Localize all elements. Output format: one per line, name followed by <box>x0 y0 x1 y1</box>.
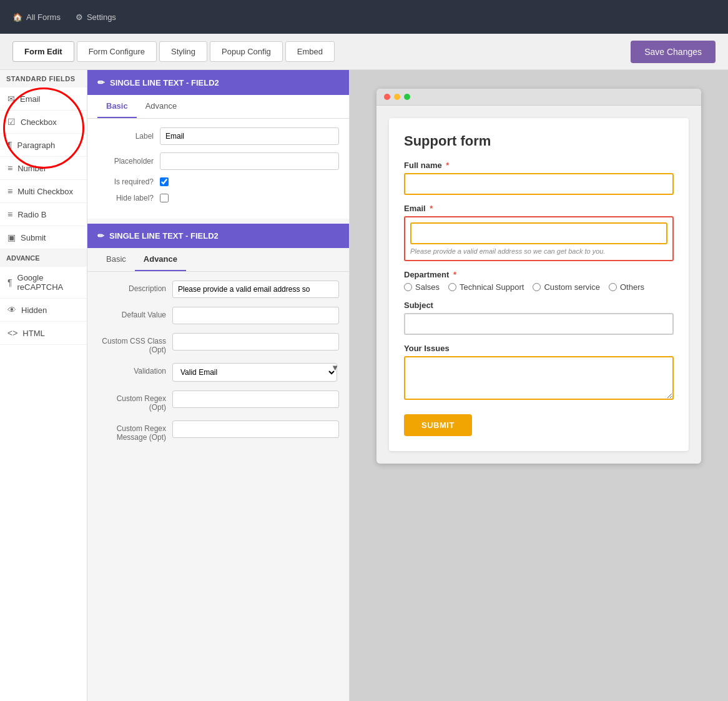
field-title-2: SINGLE LINE TEXT - FIELD2 <box>109 231 219 241</box>
number-icon: ≡ <box>7 163 12 173</box>
advance-section-title: ADVANCE <box>0 249 87 267</box>
radio-customservice-input[interactable] <box>533 283 541 291</box>
tab-embed[interactable]: Embed <box>285 41 335 62</box>
radio-techsupport-label: Technical Support <box>460 282 524 292</box>
email-error-msg: Please provide a valid email address so … <box>410 247 667 255</box>
hidelabel-row: Hide label? <box>97 194 339 202</box>
cssclass-row: Custom CSS Class (Opt) <box>97 333 339 354</box>
all-forms-label: All Forms <box>26 12 61 22</box>
browser-dot-yellow <box>394 94 400 100</box>
browser-content: Support form Full name * Email * <box>376 106 701 464</box>
sidebar-item-multicheckbox[interactable]: ≡ Multi Checkbox <box>0 180 87 203</box>
sidebar-item-hidden[interactable]: 👁 Hidden <box>0 299 87 322</box>
field-tab-advance-1[interactable]: Advance <box>137 95 186 118</box>
sidebar-item-checkbox[interactable]: ☑ Checkbox <box>0 111 87 134</box>
hidelabel-checkbox[interactable] <box>160 194 169 202</box>
preview-panel: Support form Full name * Email * <box>350 70 728 701</box>
hidelabel-checkbox-row <box>160 194 169 202</box>
submit-button[interactable]: SUBMIT <box>404 414 472 436</box>
standard-fields-title: STANDARD FIELDS <box>0 70 87 87</box>
sidebar-number-label: Number <box>17 164 46 173</box>
sidebar-item-email[interactable]: ✉ Email <box>0 87 87 111</box>
sidebar-item-paragraph[interactable]: ¶ Paragraph <box>0 134 87 157</box>
customregexmsg-input[interactable] <box>172 420 339 438</box>
hidden-icon: 👁 <box>7 305 16 315</box>
email-icon: ✉ <box>7 94 15 104</box>
customregexmsg-row: Custom Regex Message (Opt) <box>97 420 339 442</box>
radio-others-input[interactable] <box>609 283 617 291</box>
fullname-input[interactable] <box>404 173 674 195</box>
settings-link[interactable]: ⚙ Settings <box>76 12 116 22</box>
field-tab-basic-2[interactable]: Basic <box>97 248 135 271</box>
subject-input[interactable] <box>404 313 674 335</box>
email-error-group: Please provide a valid email address so … <box>404 216 674 261</box>
required-checkbox-row <box>160 177 169 186</box>
sidebar-item-submit[interactable]: ▣ Submit <box>0 226 87 249</box>
all-forms-link[interactable]: 🏠 All Forms <box>12 12 61 22</box>
validation-select[interactable]: Valid Email None URL Number <box>172 363 337 382</box>
email-required-star: * <box>430 204 433 213</box>
defaultvalue-row: Default Value <box>97 307 339 324</box>
customregex-input[interactable] <box>172 390 339 408</box>
customregex-row: Custom Regex (Opt) <box>97 390 339 412</box>
email-group: Email * Please provide a valid email add… <box>404 204 674 261</box>
sidebar-hidden-label: Hidden <box>21 306 47 315</box>
radio-salses[interactable]: Salses <box>404 282 440 292</box>
yourissues-group: Your Issues <box>404 344 674 402</box>
fullname-required-star: * <box>446 161 449 170</box>
field-tab-basic-1[interactable]: Basic <box>97 95 137 118</box>
department-group: Department * Salses Technical Support <box>404 270 674 292</box>
pencil-icon-1: ✏ <box>97 77 105 87</box>
field-tabs-2: Basic Advance <box>87 248 349 272</box>
radio-customservice[interactable]: Custom service <box>533 282 600 292</box>
sidebar-multicheckbox-label: Multi Checkbox <box>17 187 73 196</box>
sidebar-item-radiob[interactable]: ≡ Radio B <box>0 203 87 226</box>
placeholder-row: Placeholder <box>97 152 339 170</box>
label-input[interactable] <box>160 127 339 145</box>
checkbox-icon: ☑ <box>7 117 16 127</box>
tab-form-configure[interactable]: Form Configure <box>77 41 157 62</box>
email-input[interactable] <box>410 222 667 244</box>
sidebar-recaptcha-label: Google reCAPTCHA <box>17 273 79 292</box>
browser-dot-green <box>404 94 410 100</box>
radio-others[interactable]: Others <box>609 282 644 292</box>
pencil-icon-2: ✏ <box>97 231 104 241</box>
description-input[interactable] <box>172 281 339 298</box>
support-form-card: Support form Full name * Email * <box>389 118 689 451</box>
field-header-2: ✏ SINGLE LINE TEXT - FIELD2 <box>87 224 349 248</box>
radio-salses-label: Salses <box>415 282 440 292</box>
validation-row: Validation Valid Email None URL Number ▼ <box>97 363 339 382</box>
tab-styling[interactable]: Styling <box>159 41 207 62</box>
radio-salses-input[interactable] <box>404 283 412 291</box>
sidebar-html-label: HTML <box>22 329 44 338</box>
center-panel: ✏ SINGLE LINE TEXT - FIELD2 Basic Advanc… <box>87 70 350 701</box>
department-radio-group: Salses Technical Support Custom service <box>404 282 674 292</box>
yourissues-textarea[interactable] <box>404 356 674 400</box>
cssclass-input[interactable] <box>172 333 339 350</box>
radiob-icon: ≡ <box>7 209 12 219</box>
sidebar-item-html[interactable]: <> HTML <box>0 322 87 345</box>
save-changes-button[interactable]: Save Changes <box>631 41 716 63</box>
field-tab-advance-2[interactable]: Advance <box>135 248 186 271</box>
main-layout: STANDARD FIELDS ✉ Email ☑ Checkbox ¶ Par… <box>0 70 728 701</box>
validation-label: Validation <box>97 363 166 375</box>
placeholder-input[interactable] <box>160 152 339 170</box>
email-label-text: Email <box>404 204 426 213</box>
defaultvalue-input[interactable] <box>172 307 339 324</box>
support-form-title: Support form <box>404 133 674 149</box>
tab-popup-config[interactable]: Popup Config <box>210 41 283 62</box>
radio-techsupport-input[interactable] <box>448 283 456 291</box>
email-label: Email * <box>404 204 674 213</box>
cssclass-label: Custom CSS Class (Opt) <box>97 333 166 354</box>
tab-form-edit[interactable]: Form Edit <box>12 41 74 62</box>
radio-techsupport[interactable]: Technical Support <box>448 282 524 292</box>
sidebar-item-recaptcha[interactable]: ¶ Google reCAPTCHA <box>0 267 87 299</box>
subject-group: Subject <box>404 301 674 335</box>
paragraph-icon: ¶ <box>7 140 12 150</box>
multicheckbox-icon: ≡ <box>7 186 12 196</box>
customregex-label: Custom Regex (Opt) <box>97 390 166 412</box>
placeholder-field-label: Placeholder <box>97 157 154 166</box>
sidebar-item-number[interactable]: ≡ Number <box>0 157 87 180</box>
settings-label: Settings <box>87 12 116 22</box>
required-checkbox[interactable] <box>160 177 169 186</box>
